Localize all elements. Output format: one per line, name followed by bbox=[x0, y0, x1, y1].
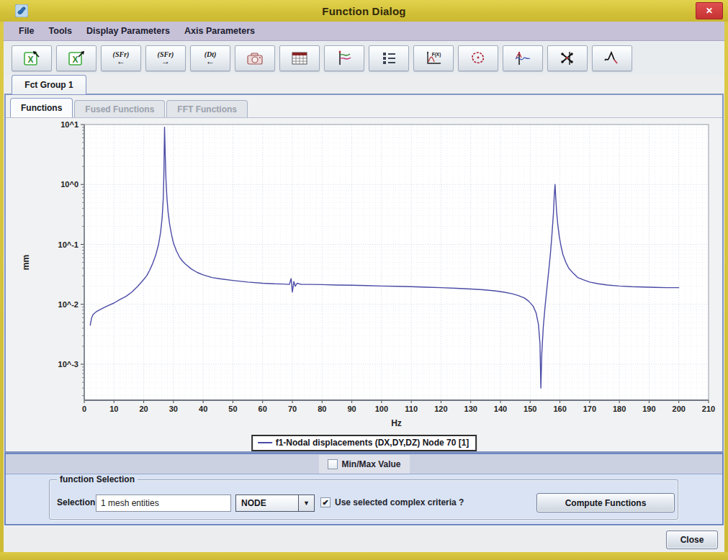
svg-text:50: 50 bbox=[228, 405, 237, 413]
svg-text:X: X bbox=[27, 54, 33, 64]
title-bar: Function Dialog ✕ bbox=[0, 0, 728, 22]
fx-plot-icon: F(X) bbox=[423, 50, 444, 67]
excel-import-button[interactable]: X bbox=[12, 45, 52, 71]
table-icon bbox=[290, 50, 309, 67]
lasso-icon bbox=[469, 50, 487, 67]
entity-type-select[interactable]: NODE ▼ bbox=[235, 494, 315, 512]
flag-curves-button[interactable] bbox=[324, 45, 364, 71]
selection-row: Selection NODE ▼ ✔ Use selected complex … bbox=[50, 493, 678, 513]
function-dialog-window: Function Dialog ✕ File Tools Display Par… bbox=[0, 0, 728, 560]
minmax-checkbox[interactable] bbox=[327, 459, 337, 469]
sfr-forward-button[interactable]: (SFr) → bbox=[145, 45, 186, 71]
tab-fused-functions[interactable]: Fused Functions bbox=[74, 100, 165, 117]
complex-criteria-wrap: ✔ Use selected complex criteria ? bbox=[320, 497, 464, 507]
svg-text:10^-1: 10^-1 bbox=[58, 240, 78, 249]
dropdown-arrow-icon[interactable]: ▼ bbox=[298, 495, 314, 511]
svg-text:70: 70 bbox=[288, 405, 297, 413]
menu-axis-parameters[interactable]: Axis Parameters bbox=[178, 23, 261, 39]
svg-text:90: 90 bbox=[347, 405, 356, 413]
close-button[interactable]: Close bbox=[666, 530, 718, 549]
svg-text:10: 10 bbox=[109, 405, 118, 413]
flag-oscillation-icon bbox=[513, 50, 532, 67]
menu-display-parameters[interactable]: Display Parameters bbox=[80, 23, 176, 39]
window-frame-right bbox=[724, 22, 728, 560]
window-frame-left bbox=[0, 22, 4, 560]
peak-curve-icon bbox=[603, 50, 621, 67]
svg-text:20: 20 bbox=[139, 405, 148, 413]
menu-tools[interactable]: Tools bbox=[42, 23, 78, 39]
function-selection-panel: function Selection Selection NODE ▼ ✔ bbox=[6, 474, 722, 524]
selection-input[interactable] bbox=[96, 494, 231, 512]
footer-bar: Close bbox=[4, 525, 724, 552]
chart-area: 0102030405060708090100110120130140150160… bbox=[6, 117, 722, 451]
svg-text:170: 170 bbox=[583, 405, 596, 413]
toolbar: X X (SFr) ← (SFr) → (Dt) ← bbox=[4, 41, 724, 75]
delete-points-button[interactable] bbox=[547, 45, 588, 71]
groupbox-title: function Selection bbox=[57, 474, 138, 484]
close-icon: ✕ bbox=[706, 6, 713, 16]
view-tabs: Functions Fused Functions FFT Functions bbox=[10, 98, 248, 117]
svg-text:120: 120 bbox=[434, 405, 447, 413]
excel-export-icon: X bbox=[67, 50, 86, 67]
complex-criteria-label: Use selected complex criteria ? bbox=[335, 497, 464, 507]
svg-text:180: 180 bbox=[613, 405, 626, 413]
app-icon bbox=[15, 4, 28, 17]
svg-text:X: X bbox=[72, 54, 78, 64]
lasso-select-button[interactable] bbox=[458, 45, 498, 71]
svg-text:140: 140 bbox=[494, 405, 507, 413]
svg-text:110: 110 bbox=[405, 405, 418, 413]
menu-bar: File Tools Display Parameters Axis Param… bbox=[4, 22, 724, 41]
tab-fct-group-1[interactable]: Fct Group 1 bbox=[12, 75, 86, 94]
legend-line-sample bbox=[258, 442, 272, 443]
svg-text:10^-2: 10^-2 bbox=[58, 300, 78, 309]
minmax-strip: Min/Max Value bbox=[318, 455, 409, 474]
window-title: Function Dialog bbox=[0, 5, 728, 17]
svg-text:100: 100 bbox=[375, 405, 388, 413]
snapshot-button[interactable] bbox=[235, 45, 275, 71]
svg-text:10^1: 10^1 bbox=[60, 120, 78, 129]
window-frame-bottom bbox=[0, 552, 728, 560]
svg-text:210: 210 bbox=[702, 405, 715, 413]
excel-import-icon: X bbox=[22, 50, 41, 67]
menu-file[interactable]: File bbox=[12, 23, 41, 39]
svg-text:mm: mm bbox=[21, 255, 31, 270]
flag-oscillation-button[interactable] bbox=[503, 45, 543, 71]
excel-export-button[interactable]: X bbox=[56, 45, 96, 71]
dt-back-button[interactable]: (Dt) ← bbox=[190, 45, 230, 71]
delete-points-icon bbox=[558, 50, 577, 67]
function-list-button[interactable] bbox=[369, 45, 409, 71]
function-group-panel: Functions Fused Functions FFT Functions … bbox=[4, 94, 724, 453]
complex-criteria-checkbox[interactable]: ✔ bbox=[320, 497, 331, 507]
entity-type-value: NODE bbox=[236, 498, 298, 508]
tab-functions[interactable]: Functions bbox=[10, 98, 73, 117]
function-selection-groupbox: function Selection Selection NODE ▼ ✔ bbox=[49, 479, 678, 520]
close-window-button[interactable]: ✕ bbox=[696, 2, 723, 19]
svg-text:130: 130 bbox=[464, 405, 477, 413]
compute-functions-button[interactable]: Compute Functions bbox=[536, 493, 675, 512]
svg-text:40: 40 bbox=[199, 405, 207, 413]
chart-svg[interactable]: 0102030405060708090100110120130140150160… bbox=[7, 119, 721, 435]
data-table-button[interactable] bbox=[279, 45, 320, 71]
svg-text:200: 200 bbox=[673, 405, 686, 413]
svg-text:80: 80 bbox=[318, 405, 326, 413]
svg-text:190: 190 bbox=[642, 405, 655, 413]
svg-text:F(X): F(X) bbox=[432, 52, 441, 58]
sfr-back-button[interactable]: (SFr) ← bbox=[101, 45, 141, 71]
chart-legend: f1-Nodal displacements (DX,DY,DZ) Node 7… bbox=[251, 435, 477, 451]
list-icon bbox=[379, 50, 398, 67]
svg-text:30: 30 bbox=[169, 405, 178, 413]
svg-text:60: 60 bbox=[259, 405, 267, 413]
svg-text:Hz: Hz bbox=[391, 418, 402, 428]
bottom-panel: Min/Max Value function Selection Selecti… bbox=[4, 453, 724, 525]
flag-curves-icon bbox=[335, 50, 354, 67]
svg-text:150: 150 bbox=[523, 405, 536, 413]
svg-text:0: 0 bbox=[82, 405, 86, 413]
svg-text:160: 160 bbox=[553, 405, 566, 413]
camera-icon bbox=[246, 50, 264, 67]
svg-text:10^0: 10^0 bbox=[60, 180, 78, 189]
peak-curve-button[interactable] bbox=[592, 45, 632, 71]
tab-fft-functions[interactable]: FFT Functions bbox=[166, 100, 248, 117]
legend-label: f1-Nodal displacements (DX,DY,DZ) Node 7… bbox=[276, 438, 469, 448]
svg-text:10^-3: 10^-3 bbox=[58, 360, 78, 369]
fx-plot-button[interactable]: F(X) bbox=[413, 45, 454, 71]
